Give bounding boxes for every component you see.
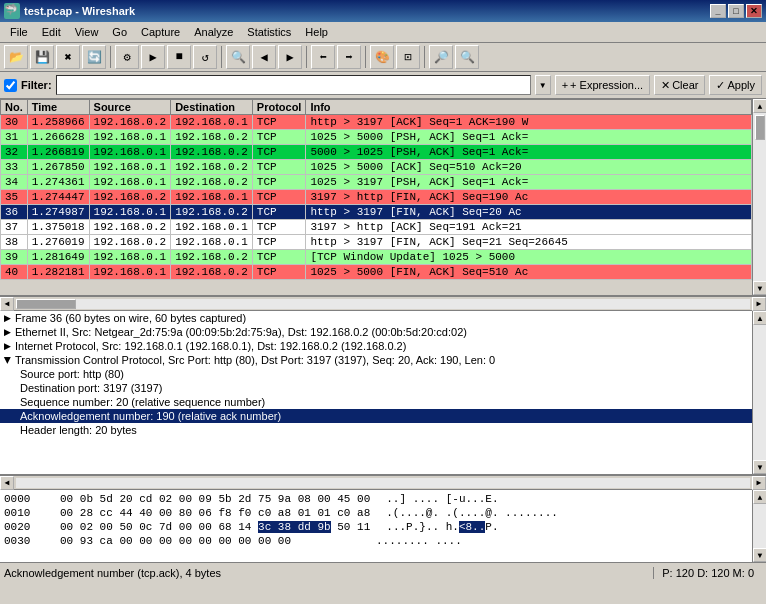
- reload-button[interactable]: 🔄: [82, 45, 106, 69]
- tcp-children: Source port: http (80) Destination port:…: [0, 367, 752, 437]
- expression-button[interactable]: + + Expression...: [555, 75, 651, 95]
- packet-detail-panel[interactable]: ▶ Frame 36 (60 bytes on wire, 60 bytes c…: [0, 311, 766, 476]
- frame-detail-row[interactable]: ▶ Frame 36 (60 bytes on wire, 60 bytes c…: [0, 311, 752, 325]
- restart-button[interactable]: ↺: [193, 45, 217, 69]
- packet-list-vscroll[interactable]: ▲ ▼: [752, 99, 766, 295]
- ethernet-detail-text: Ethernet II, Src: Netgear_2d:75:9a (00:0…: [15, 326, 467, 338]
- table-row[interactable]: 301.258966192.168.0.2192.168.0.1TCPhttp …: [1, 115, 752, 130]
- filter-dropdown-button[interactable]: ▼: [535, 75, 551, 95]
- start-capture-button[interactable]: ▶: [141, 45, 165, 69]
- tcp-child-row[interactable]: Sequence number: 20 (relative sequence n…: [0, 395, 752, 409]
- maximize-button[interactable]: □: [728, 4, 744, 18]
- find-packet-button[interactable]: 🔍: [226, 45, 250, 69]
- hex-vscroll-down[interactable]: ▼: [753, 548, 766, 562]
- ascii-highlight: <8..: [459, 521, 485, 533]
- col-protocol: Protocol: [252, 100, 306, 115]
- packet-list-scroll[interactable]: No. Time Source Destination Protocol Inf…: [0, 99, 766, 295]
- tcp-child-row[interactable]: Header length: 20 bytes: [0, 423, 752, 437]
- detail-vscroll-track: [753, 325, 766, 460]
- vscroll-thumb[interactable]: [755, 115, 765, 140]
- menu-help[interactable]: Help: [299, 24, 334, 40]
- go-forward-button[interactable]: ➡: [337, 45, 361, 69]
- tcp-child-row[interactable]: Source port: http (80): [0, 367, 752, 381]
- hscroll-left-button[interactable]: ◀: [0, 297, 14, 311]
- toolbar-separator-3: [306, 46, 307, 68]
- stop-capture-button[interactable]: ■: [167, 45, 191, 69]
- menu-view[interactable]: View: [69, 24, 105, 40]
- close-capture-button[interactable]: ✖: [56, 45, 80, 69]
- detail-vscroll-up[interactable]: ▲: [753, 311, 766, 325]
- hex-bytes: 00 28 cc 44 40 00 80 06 f8 f0 c0 a8 01 0…: [60, 507, 370, 519]
- table-row[interactable]: 331.267850192.168.0.1192.168.0.2TCP1025 …: [1, 160, 752, 175]
- hex-row: 001000 28 cc 44 40 00 80 06 f8 f0 c0 a8 …: [4, 506, 752, 520]
- menu-capture[interactable]: Capture: [135, 24, 186, 40]
- minimize-button[interactable]: _: [710, 4, 726, 18]
- find-prev-button[interactable]: ◀: [252, 45, 276, 69]
- tcp-child-row[interactable]: Destination port: 3197 (3197): [0, 381, 752, 395]
- ethernet-detail-row[interactable]: ▶ Ethernet II, Src: Netgear_2d:75:9a (00…: [0, 325, 752, 339]
- packet-list-hscroll[interactable]: ◀ ▶: [0, 297, 766, 311]
- tcp-detail-row[interactable]: ▶ Transmission Control Protocol, Src Por…: [0, 353, 752, 367]
- table-row[interactable]: 321.266819192.168.0.1192.168.0.2TCP5000 …: [1, 145, 752, 160]
- hex-offset: 0020: [4, 521, 44, 533]
- hex-bytes: 00 93 ca 00 00 00 00 00 00 00 00 00: [60, 535, 360, 547]
- hex-row: 003000 93 ca 00 00 00 00 00 00 00 00 00.…: [4, 534, 752, 548]
- hex-bytes: 00 0b 5d 20 cd 02 00 09 5b 2d 75 9a 08 0…: [60, 493, 370, 505]
- hex-dump-panel: 000000 0b 5d 20 cd 02 00 09 5b 2d 75 9a …: [0, 490, 766, 562]
- menu-file[interactable]: File: [4, 24, 34, 40]
- hscroll-right-button[interactable]: ▶: [752, 297, 766, 311]
- table-row[interactable]: 361.274987192.168.0.1192.168.0.2TCPhttp …: [1, 205, 752, 220]
- toolbar-separator-5: [424, 46, 425, 68]
- close-button[interactable]: ✕: [746, 4, 762, 18]
- vscroll-up-button[interactable]: ▲: [753, 99, 766, 113]
- menu-statistics[interactable]: Statistics: [241, 24, 297, 40]
- options-button[interactable]: ⚙: [115, 45, 139, 69]
- ip-detail-row[interactable]: ▶ Internet Protocol, Src: 192.168.0.1 (1…: [0, 339, 752, 353]
- hscroll-thumb[interactable]: [16, 299, 76, 309]
- table-row[interactable]: 401.282181192.168.0.1192.168.0.2TCP1025 …: [1, 265, 752, 280]
- toolbar-separator-4: [365, 46, 366, 68]
- filter-input[interactable]: [56, 75, 531, 95]
- filter-checkbox[interactable]: [4, 79, 17, 92]
- packet-table: No. Time Source Destination Protocol Inf…: [0, 99, 752, 280]
- hex-vscroll-up[interactable]: ▲: [753, 490, 766, 504]
- detail-hscroll[interactable]: ◀ ▶: [0, 476, 766, 490]
- frame-detail-text: Frame 36 (60 bytes on wire, 60 bytes cap…: [15, 312, 246, 324]
- menu-edit[interactable]: Edit: [36, 24, 67, 40]
- table-row[interactable]: 371.375018192.168.0.2192.168.0.1TCP3197 …: [1, 220, 752, 235]
- menu-analyze[interactable]: Analyze: [188, 24, 239, 40]
- hex-dump-content: 000000 0b 5d 20 cd 02 00 09 5b 2d 75 9a …: [4, 492, 752, 548]
- zoom-in-button[interactable]: 🔎: [429, 45, 453, 69]
- title-bar: 🦈 test.pcap - Wireshark _ □ ✕: [0, 0, 766, 22]
- table-row[interactable]: 381.276019192.168.0.2192.168.0.1TCPhttp …: [1, 235, 752, 250]
- find-next-button[interactable]: ▶: [278, 45, 302, 69]
- hex-row: 002000 02 00 50 0c 7d 00 00 68 14 3c 38 …: [4, 520, 752, 534]
- go-back-button[interactable]: ⬅: [311, 45, 335, 69]
- table-row[interactable]: 391.281649192.168.0.1192.168.0.2TCP[TCP …: [1, 250, 752, 265]
- hex-vscroll[interactable]: ▲ ▼: [752, 490, 766, 562]
- table-row[interactable]: 341.274361192.168.0.1192.168.0.2TCP1025 …: [1, 175, 752, 190]
- detail-vscroll[interactable]: ▲ ▼: [752, 311, 766, 474]
- vscroll-track: [753, 113, 766, 281]
- zoom-out-button[interactable]: 🔍: [455, 45, 479, 69]
- vscroll-down-button[interactable]: ▼: [753, 281, 766, 295]
- colorize-button[interactable]: 🎨: [370, 45, 394, 69]
- tcp-child-row[interactable]: Acknowledgement number: 190 (relative ac…: [0, 409, 752, 423]
- resize-columns-button[interactable]: ⊡: [396, 45, 420, 69]
- expand-icon: ▶: [4, 313, 11, 323]
- clear-button[interactable]: ✕ Clear: [654, 75, 705, 95]
- hex-bytes: 00 02 00 50 0c 7d 00 00 68 14 3c 38 dd 9…: [60, 521, 370, 533]
- detail-vscroll-down[interactable]: ▼: [753, 460, 766, 474]
- menu-go[interactable]: Go: [106, 24, 133, 40]
- open-button[interactable]: 📂: [4, 45, 28, 69]
- table-row[interactable]: 311.266628192.168.0.1192.168.0.2TCP1025 …: [1, 130, 752, 145]
- detail-hscroll-right[interactable]: ▶: [752, 476, 766, 490]
- save-button[interactable]: 💾: [30, 45, 54, 69]
- col-destination: Destination: [171, 100, 253, 115]
- table-row[interactable]: 351.274447192.168.0.2192.168.0.1TCP3197 …: [1, 190, 752, 205]
- detail-hscroll-left[interactable]: ◀: [0, 476, 14, 490]
- toolbar-separator-2: [221, 46, 222, 68]
- hex-ascii: ........ ....: [376, 535, 462, 547]
- expand-icon: ▶: [4, 327, 11, 337]
- apply-button[interactable]: ✓ Apply: [709, 75, 762, 95]
